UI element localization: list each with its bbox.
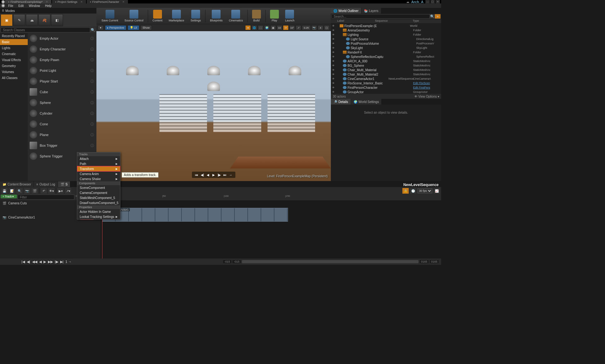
info-icon[interactable]: ⓘ xyxy=(90,143,94,148)
seq-undo-button[interactable]: ↶ xyxy=(41,188,47,194)
toolbar-cinematics[interactable]: Cinematics xyxy=(226,9,245,23)
show-button[interactable]: Show xyxy=(141,25,152,30)
ctx-item-cameracomponent[interactable]: CameraComponent xyxy=(77,190,120,195)
seq-reverse-button[interactable]: ◀ xyxy=(39,260,42,264)
toolbar-play[interactable]: Play xyxy=(268,9,281,23)
info-icon[interactable]: ⓘ xyxy=(90,111,94,116)
coord-space-button[interactable]: 🌐 xyxy=(251,25,257,30)
actor-item[interactable]: Point Lightⓘ xyxy=(28,65,96,76)
actor-item[interactable]: Box Triggerⓘ xyxy=(28,140,96,151)
col-label[interactable]: Label xyxy=(331,19,375,23)
seq-camera-button[interactable]: 📷 xyxy=(24,188,30,194)
seq-loop-button[interactable]: 1 → xyxy=(65,260,72,264)
outliner-search-icon[interactable]: 🔍 xyxy=(430,14,435,19)
seq-playback-button[interactable]: ↗▾ xyxy=(65,188,71,194)
seq-view-button[interactable]: 👁▾ xyxy=(48,188,55,194)
toolbar-content[interactable]: Content xyxy=(150,9,165,23)
visibility-icon[interactable]: 👁 xyxy=(332,82,337,85)
visibility-icon[interactable]: 👁 xyxy=(332,25,337,27)
outliner-row[interactable]: 👁ArenaGeometryFolder xyxy=(331,28,441,32)
maximize-button[interactable]: ▢ xyxy=(430,0,435,3)
ctx-item-camera-shake[interactable]: Camera Shake▶ xyxy=(77,176,120,181)
add-track-button[interactable]: + Track ▾ xyxy=(1,195,17,198)
menu-edit[interactable]: Edit xyxy=(16,4,26,8)
seq-lock-button[interactable]: 🔒 xyxy=(402,188,409,194)
frame-start[interactable]: -015 xyxy=(223,260,231,263)
actor-item[interactable]: Coneⓘ xyxy=(28,119,96,129)
actor-item[interactable]: Sphereⓘ xyxy=(28,97,96,108)
angle-snap-button[interactable]: ⟳ xyxy=(283,25,289,30)
actor-item[interactable]: Planeⓘ xyxy=(28,129,96,140)
outliner-row[interactable]: 👁Chair_Multi_MaterialStaticMeshAc xyxy=(331,68,441,72)
track-filter-input[interactable] xyxy=(18,195,74,200)
frame-start-2[interactable]: -015 xyxy=(233,260,241,263)
scale-snap-button[interactable]: ⤢ xyxy=(296,25,301,30)
category-basic[interactable]: Basic xyxy=(0,39,28,45)
seq-curve-button[interactable]: 📈 xyxy=(434,188,440,194)
actor-item[interactable]: Empty Characterⓘ xyxy=(28,44,96,54)
step-back-button[interactable]: ◀| xyxy=(200,173,205,177)
cloud-icon[interactable]: ☁ xyxy=(406,0,409,3)
foliage-mode-button[interactable]: 🍂 xyxy=(38,14,50,26)
seq-time-button[interactable]: 🕐 xyxy=(410,188,416,194)
info-icon[interactable]: ⓘ xyxy=(90,100,94,105)
seq-find-button[interactable]: 📝 xyxy=(9,188,15,194)
title-tab-1[interactable]: ▪ Project Settings ✕ xyxy=(52,0,86,3)
tab-world-settings[interactable]: 🌍 World Settings xyxy=(351,99,382,105)
toolbar-marketplace[interactable]: Marketplace xyxy=(166,9,187,23)
frame-end[interactable]: 0165 xyxy=(420,260,429,263)
visibility-icon[interactable]: 👁 xyxy=(332,29,337,32)
world-button[interactable]: 🌍 xyxy=(264,25,270,30)
toolbar-settings[interactable]: Settings xyxy=(188,9,204,23)
visibility-icon[interactable]: 👁 xyxy=(332,33,337,36)
frame-end-2[interactable]: 0165 xyxy=(430,260,439,263)
visibility-icon[interactable]: 👁 xyxy=(332,73,337,76)
maximize-viewport-button[interactable]: ▢ xyxy=(324,25,330,30)
step-forward-button[interactable]: |▶ xyxy=(217,173,222,177)
ctx-item-staticmeshcomponent_5[interactable]: StaticMeshComponent_5 xyxy=(77,195,120,200)
actor-item[interactable]: Player Startⓘ xyxy=(28,76,96,87)
lit-button[interactable]: 💡 Lit xyxy=(128,25,139,30)
grid-snap-value[interactable]: 10 xyxy=(277,25,282,30)
actor-item[interactable]: Empty Pawnⓘ xyxy=(28,54,96,65)
category-recently-placed[interactable]: Recently Placed xyxy=(0,33,28,39)
camera-speed-button[interactable]: 📷 xyxy=(311,25,317,30)
outliner-row[interactable]: 👁ARCH_A_000StaticMeshAc xyxy=(331,59,441,63)
toolbar-blueprints[interactable]: Blueprints xyxy=(207,9,225,23)
username[interactable]: Arch_A xyxy=(411,0,424,4)
play-forward-button[interactable]: ▶ xyxy=(211,173,216,177)
seq-render-button[interactable]: 🎬 xyxy=(32,188,38,194)
landscape-mode-button[interactable]: ⛰ xyxy=(26,14,38,26)
col-sequence[interactable]: Sequence xyxy=(375,19,413,23)
perspective-button[interactable]: ▸ Perspective xyxy=(105,25,126,30)
seq-prev-key-button[interactable]: ◀| xyxy=(27,260,30,264)
col-type[interactable]: Type xyxy=(413,19,441,23)
minimize-button[interactable]: — xyxy=(425,0,430,3)
visibility-icon[interactable]: 👁 xyxy=(332,91,337,94)
ctx-item-lookat-tracking-settings[interactable]: Lookat Tracking Settings▶ xyxy=(77,214,120,219)
paint-mode-button[interactable]: ✎ xyxy=(13,14,25,26)
tab-world-outliner[interactable]: 🌐 World Outliner xyxy=(331,8,361,14)
view-options-button[interactable]: 👁 View Options ▾ xyxy=(414,95,439,98)
fps-select[interactable]: 30 fps xyxy=(418,188,432,193)
toolbar-launch[interactable]: Launch xyxy=(283,9,297,23)
toolbar-source-control[interactable]: Source Control xyxy=(122,9,146,23)
category-lights[interactable]: Lights xyxy=(0,45,28,51)
scale-snap-value[interactable]: 0.25 xyxy=(302,25,311,30)
visibility-icon[interactable]: 👁 xyxy=(332,64,337,67)
ctx-item-drawfrustumcomponent_5[interactable]: DrawFrustumComponent_5 xyxy=(77,200,120,205)
viewport-3d[interactable]: ⏮ ◀| ◀ ▶ |▶ ⏭ → Level: FirstPersonExampl… xyxy=(96,31,331,181)
outliner-row[interactable]: 👁BG_SphereStaticMeshAc xyxy=(331,63,441,68)
seq-step-back-button[interactable]: ◀◀ xyxy=(32,260,37,264)
visibility-icon[interactable]: 👁 xyxy=(332,69,337,71)
visibility-icon[interactable]: 👁 xyxy=(332,51,337,54)
camera-cuts-clip[interactable]: CineCameraActor1 xyxy=(102,208,288,222)
visibility-icon[interactable]: 👁 xyxy=(332,47,337,49)
menu-help[interactable]: Help xyxy=(43,4,54,8)
ctx-item-transform[interactable]: Transform▶ xyxy=(77,166,120,171)
seq-play-button[interactable]: ▶ xyxy=(43,260,46,264)
category-geometry[interactable]: Geometry xyxy=(0,63,28,69)
info-icon[interactable]: ⓘ xyxy=(90,90,94,94)
outliner-row[interactable]: 👁Chair_Multi_Material2StaticMeshAc xyxy=(331,72,441,77)
menu-file[interactable]: File xyxy=(6,4,16,8)
